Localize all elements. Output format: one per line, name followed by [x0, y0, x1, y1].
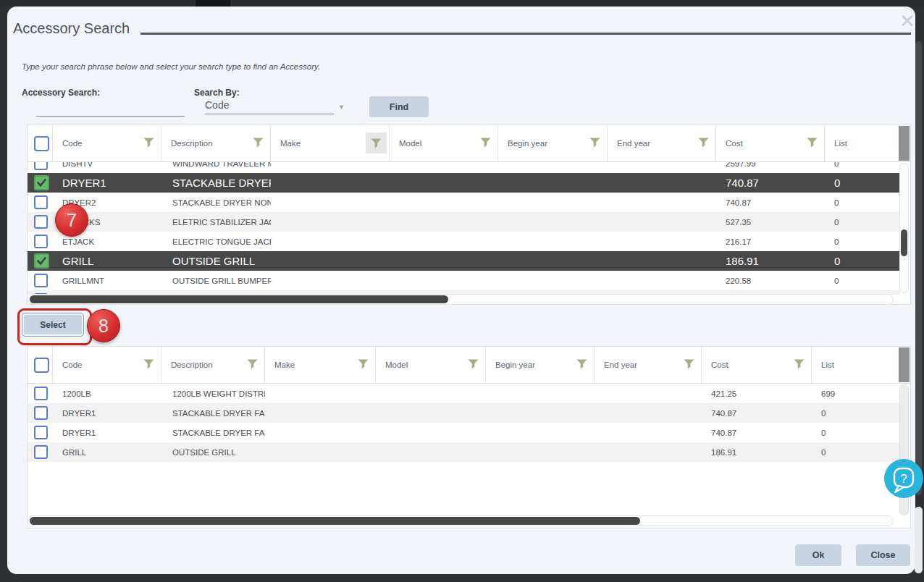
cell-list: 0 — [825, 255, 900, 267]
filter-icon[interactable] — [468, 359, 479, 369]
search-input[interactable] — [36, 99, 185, 117]
column-label: Begin year — [498, 139, 547, 148]
page-scrollbar-track[interactable] — [915, 507, 923, 573]
accessory-search-label: Accessory Search: — [22, 88, 100, 98]
cell-description: 1200LB WEIGHT DISTRIBU... — [161, 389, 265, 398]
cell-code: GRILL — [53, 255, 161, 267]
filter-icon[interactable] — [794, 359, 805, 369]
column-header-cost[interactable]: Cost — [702, 347, 812, 383]
filter-icon — [371, 138, 382, 148]
select-all-checkbox[interactable] — [34, 136, 49, 151]
row-checkbox[interactable] — [34, 445, 48, 459]
cell-cost: 740.87 — [702, 429, 812, 437]
filter-icon[interactable] — [684, 359, 694, 369]
table-row[interactable]: GRILLMNTOUTSIDE GRILL BUMPER MO...220.58… — [28, 271, 900, 290]
column-header-description[interactable]: Description — [161, 347, 265, 383]
page-scrollbar-thumb[interactable] — [915, 41, 922, 495]
column-header-make[interactable]: Make — [265, 347, 376, 383]
column-header-model[interactable]: Model — [376, 347, 486, 383]
filter-icon[interactable] — [576, 359, 587, 369]
table-row[interactable]: ESJACKSELETRIC STABILIZER JACKSN ...527.… — [28, 212, 900, 232]
filter-icon[interactable] — [480, 138, 491, 148]
header-scrollbar-block — [899, 347, 910, 382]
cell-description: ELETRIC STABILIZER JACKSN ... — [161, 218, 271, 227]
row-checkbox-cell — [28, 406, 53, 420]
results-horizontal-scrollbar-thumb[interactable] — [30, 295, 448, 303]
row-checkbox[interactable] — [34, 235, 48, 248]
close-icon[interactable]: ✕ — [897, 11, 917, 31]
filter-icon[interactable] — [807, 138, 818, 148]
filter-icon[interactable] — [589, 138, 600, 148]
row-checkbox[interactable] — [34, 406, 48, 420]
results-vertical-scrollbar-thumb[interactable] — [901, 229, 907, 256]
results-vertical-scrollbar[interactable] — [899, 163, 909, 293]
search-by-label: Search By: — [194, 88, 240, 98]
column-header-description[interactable]: Description — [161, 125, 271, 161]
table-row[interactable]: GRILLOUTSIDE GRILL186.910 — [28, 442, 900, 462]
column-header-code[interactable]: Code — [53, 125, 161, 161]
row-checkbox-cell — [28, 195, 53, 209]
column-header-end-year[interactable]: End year — [595, 347, 702, 383]
filter-icon-active-box[interactable] — [366, 132, 387, 153]
table-row[interactable]: DRYER1STACKABLE DRYER FACTO...740.870 — [28, 423, 900, 442]
selected-accessories-table: CodeDescriptionMakeModelBegin yearEnd ye… — [27, 346, 911, 528]
find-button[interactable]: Find — [369, 96, 429, 117]
column-label: Cost — [716, 139, 743, 148]
row-checkbox-cell — [28, 387, 53, 400]
table-row[interactable]: ETJACKELECTRIC TONGUE JACK216.170 — [28, 232, 900, 251]
row-checkbox[interactable] — [34, 426, 48, 439]
column-label: Code — [53, 139, 83, 148]
row-checkbox-cell — [28, 215, 53, 229]
column-header-cost[interactable]: Cost — [716, 125, 825, 161]
row-checkbox-cell — [28, 426, 53, 439]
table-row[interactable]: DRYER2STACKABLE DRYER NON FACT...740.870 — [28, 193, 900, 212]
filter-icon[interactable] — [247, 359, 258, 369]
column-label: Make — [271, 139, 301, 148]
chevron-down-icon[interactable]: ▼ — [338, 104, 345, 111]
help-icon[interactable]: ? — [884, 459, 923, 498]
select-all-checkbox[interactable] — [34, 358, 49, 373]
column-header-model[interactable]: Model — [390, 125, 498, 161]
cell-description: STACKABLE DRYER FACTO... — [161, 409, 265, 418]
select-button[interactable]: Select — [22, 313, 84, 337]
row-checkbox[interactable] — [34, 162, 48, 170]
cell-code: ETJACK — [53, 237, 161, 246]
cell-description: STACKABLE DRYER FACTO... — [161, 429, 265, 437]
row-checkbox[interactable] — [34, 274, 48, 287]
column-header-end-year[interactable]: End year — [608, 125, 716, 161]
filter-icon[interactable] — [143, 138, 154, 148]
header-scrollbar-block — [899, 126, 910, 161]
search-by-select[interactable]: Code — [205, 99, 334, 114]
background-window-bar — [0, 0, 924, 7]
column-label: Description — [161, 360, 213, 369]
table-row[interactable]: DRYER1STACKABLE DRYER ...740.870 — [28, 173, 900, 193]
row-checkbox-checked[interactable] — [34, 253, 49, 269]
row-checkbox[interactable] — [34, 387, 48, 400]
table-row[interactable]: DRYER1STACKABLE DRYER FACTO...740.870 — [28, 403, 900, 423]
filter-icon[interactable] — [358, 359, 369, 369]
results-horizontal-scrollbar[interactable] — [28, 294, 894, 305]
column-header-make[interactable]: Make — [271, 125, 390, 161]
column-label: List — [812, 360, 834, 369]
column-label: Model — [376, 360, 408, 369]
row-checkbox[interactable] — [34, 195, 48, 209]
row-checkbox[interactable] — [34, 215, 48, 229]
close-button[interactable]: Close — [856, 544, 910, 566]
selected-table-body: 1200LB1200LB WEIGHT DISTRIBU...421.25699… — [28, 384, 910, 462]
column-header-begin-year[interactable]: Begin year — [498, 125, 608, 161]
table-row[interactable]: DISHTVWINDWARD TRAVELER MODE...2597.990 — [28, 162, 900, 173]
ok-button[interactable]: Ok — [795, 544, 841, 566]
column-header-begin-year[interactable]: Begin year — [486, 347, 595, 383]
table-row[interactable]: 1200LB1200LB WEIGHT DISTRIBU...421.25699 — [28, 384, 900, 403]
annotation-step-8: 8 — [87, 309, 120, 342]
column-header-code[interactable]: Code — [53, 347, 161, 383]
selected-horizontal-scrollbar[interactable] — [28, 515, 894, 526]
column-header-list[interactable]: List — [812, 347, 900, 383]
filter-icon[interactable] — [143, 359, 154, 369]
column-header-list[interactable]: List — [825, 125, 900, 161]
row-checkbox-checked[interactable] — [34, 175, 49, 190]
table-row[interactable]: GRILLOUTSIDE GRILL186.910 — [28, 251, 900, 271]
filter-icon[interactable] — [698, 138, 709, 148]
selected-horizontal-scrollbar-thumb[interactable] — [30, 517, 640, 525]
filter-icon[interactable] — [253, 138, 264, 148]
